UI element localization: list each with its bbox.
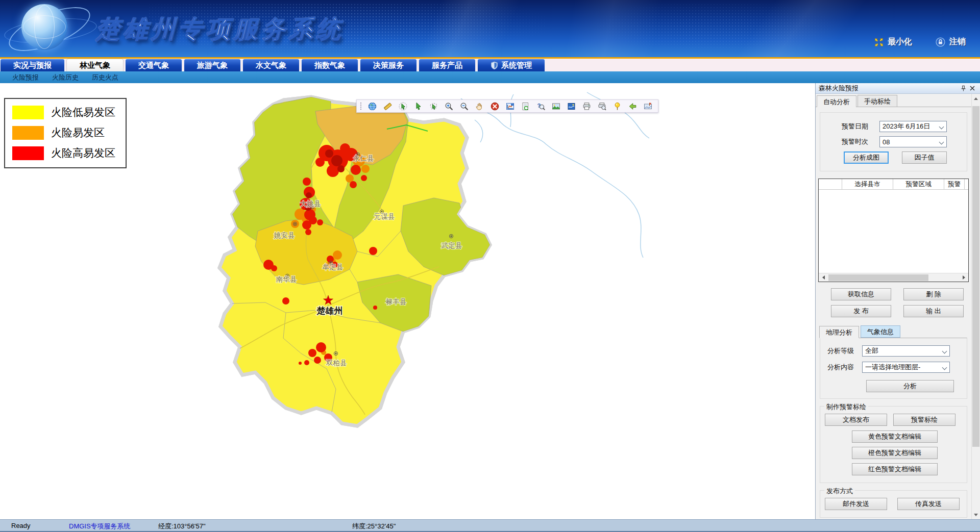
tab-label: 系统管理 <box>501 61 532 70</box>
analysis-content-select[interactable]: 一请选择地理图层- <box>862 362 950 373</box>
analysis-level-select[interactable]: 全部 <box>862 345 950 357</box>
tab-service-products[interactable]: 服务产品 <box>419 59 476 71</box>
back-icon[interactable] <box>627 102 638 111</box>
yellow-warning-doc-button[interactable]: 黄色预警文档编辑 <box>852 430 938 443</box>
publish-method-group: 发布方式 邮件发送 传真发送 <box>820 490 967 518</box>
main-tab-bar: 实况与预报林业气象交通气象旅游气象水文气象指数气象决策服务服务产品系统管理 <box>0 59 980 71</box>
label-mouding: 牟定县 <box>323 263 344 271</box>
tab-tourism-weather[interactable]: 旅游气象 <box>184 59 241 71</box>
fax-send-button[interactable]: 传真发送 <box>897 498 960 510</box>
minimize-button[interactable]: 最小化 <box>874 37 912 47</box>
close-icon[interactable] <box>968 84 977 93</box>
swatch-icon[interactable] <box>566 102 576 111</box>
plot-group: 制作预警标绘 文档发布 预警标绘 黄色预警文档编辑 橙色预警文档编辑 红色预警文… <box>820 406 967 483</box>
vscroll-thumb[interactable] <box>972 106 979 447</box>
tab-decision-service[interactable]: 决策服务 <box>360 59 417 71</box>
table-hscrollbar[interactable] <box>819 273 968 282</box>
label-yaoan: 姚安县 <box>274 232 295 239</box>
tab-index-weather[interactable]: 指数气象 <box>301 59 358 71</box>
pointer-icon[interactable] <box>413 102 423 111</box>
legend-label: 火险高易发区 <box>51 146 115 160</box>
zoom-in-icon[interactable] <box>444 102 454 111</box>
table-header-cell: 选择县市 <box>842 179 893 189</box>
tab-weather-info[interactable]: 气象信息 <box>861 325 900 338</box>
get-info-button[interactable]: 获取信息 <box>831 288 891 300</box>
tab-system-management[interactable]: 系统管理 <box>477 59 545 71</box>
hscroll-thumb[interactable] <box>828 274 928 281</box>
warning-table[interactable]: 选择县市预警区域预警 <box>818 179 969 282</box>
tab-label: 林业气象 <box>80 61 110 70</box>
label-shuangbai: 双柏县 <box>326 359 347 367</box>
analysis-content-label: 分析内容 <box>827 363 862 372</box>
label-dayao: 大姚县 <box>300 200 321 208</box>
scroll-up-icon[interactable] <box>972 94 980 103</box>
table-header-row: 选择县市预警区域预警 <box>819 179 968 190</box>
app-title: 楚雄州专项服务系统 <box>96 13 344 45</box>
scroll-right-icon[interactable] <box>960 273 968 282</box>
geo-tab-bar: 地理分析 气象信息 <box>818 325 971 338</box>
warn-time-select[interactable]: 08 <box>879 136 947 147</box>
mail-send-button[interactable]: 邮件发送 <box>825 498 887 510</box>
image-icon[interactable] <box>551 102 561 111</box>
main-content: 永仁县元谋县大姚县姚安县牟定县武定县南华县禄丰县双柏县 楚雄州 火险低易发区火险… <box>0 83 980 519</box>
pin-marker-icon[interactable] <box>612 102 622 111</box>
warning-plot-button[interactable]: 预警标绘 <box>893 414 955 426</box>
identify-icon[interactable]: ? <box>535 102 546 111</box>
panel-title: 森林火险预报 <box>819 84 959 93</box>
forest-fire-panel: 森林火险预报 自动分析 手动标绘 预警日期 2023年 6月16日 <box>815 83 980 519</box>
tab-live-forecast[interactable]: 实况与预报 <box>0 59 65 71</box>
export-button[interactable]: 输 出 <box>903 305 964 317</box>
table-header-cell: 预警 <box>944 179 965 189</box>
globe-icon[interactable] <box>367 102 377 111</box>
warn-date-select[interactable]: 2023年 6月16日 <box>879 121 947 132</box>
chart-icon[interactable] <box>505 102 515 111</box>
pin-icon[interactable] <box>959 84 968 93</box>
map-toolbar: ? <box>356 99 658 113</box>
publish-button[interactable]: 发 布 <box>831 305 891 317</box>
table-header-cell <box>819 179 842 189</box>
analysis-tab-bar: 自动分析 手动标绘 <box>816 95 971 107</box>
red-warning-doc-button[interactable]: 红色预警文档编辑 <box>852 463 938 475</box>
tab-traffic-weather[interactable]: 交通气象 <box>125 59 182 71</box>
map-flag-icon[interactable] <box>643 102 653 111</box>
panel-vscrollbar[interactable] <box>971 94 980 519</box>
analyze-button[interactable]: 分析 <box>866 380 954 392</box>
delete-button[interactable]: 删 除 <box>903 288 964 300</box>
stop-icon[interactable] <box>489 102 500 111</box>
action-buttons: 获取信息 删 除 发 布 输 出 <box>831 288 971 317</box>
legend-swatch <box>12 126 44 140</box>
print-preview-icon[interactable] <box>597 102 607 111</box>
submenu-fire-risk-history[interactable]: 火险历史 <box>52 73 79 82</box>
print-icon[interactable] <box>581 102 592 111</box>
legend-high-risk: 火险高易发区 <box>12 146 119 160</box>
analysis-level-label: 分析等级 <box>827 346 862 356</box>
scroll-down-icon[interactable] <box>972 511 980 519</box>
select-lasso-icon[interactable] <box>398 102 408 111</box>
geo-analysis-group: 分析等级 全部 分析内容 一请选择地理图层- 分析 <box>820 338 967 399</box>
zoom-out-icon[interactable] <box>459 102 469 111</box>
chevron-down-icon <box>942 349 947 354</box>
measure-icon[interactable] <box>382 102 393 111</box>
analyze-map-button[interactable]: 分析成图 <box>844 151 889 164</box>
minimize-icon <box>874 38 884 47</box>
tab-manual-plot[interactable]: 手动标绘 <box>857 95 897 107</box>
logout-button[interactable]: 注销 <box>936 37 966 47</box>
submenu-historical-fire-points[interactable]: 历史火点 <box>92 73 118 82</box>
tab-auto-analysis[interactable]: 自动分析 <box>817 95 856 107</box>
shield-icon <box>491 61 498 70</box>
submenu-fire-risk-forecast[interactable]: 火险预报 <box>12 73 39 82</box>
scroll-left-icon[interactable] <box>819 273 827 282</box>
select-polygon-icon[interactable] <box>428 102 438 111</box>
doc-publish-button[interactable]: 文档发布 <box>825 414 887 426</box>
tab-forestry-weather[interactable]: 林业气象 <box>66 59 124 71</box>
factor-value-button[interactable]: 因子值 <box>902 151 947 164</box>
pan-icon[interactable] <box>474 102 484 111</box>
refresh-page-icon[interactable] <box>520 102 530 111</box>
toolbar-grip[interactable] <box>360 102 362 111</box>
orange-warning-doc-button[interactable]: 橙色预警文档编辑 <box>852 447 938 459</box>
tab-hydrology-weather[interactable]: 水文气象 <box>242 59 300 71</box>
globe-logo <box>6 0 98 57</box>
tab-geo-analysis[interactable]: 地理分析 <box>819 326 859 338</box>
status-system-link[interactable]: DMGIS专项服务系统 <box>69 522 131 531</box>
status-latitude: 纬度:25°32'45" <box>352 522 396 531</box>
